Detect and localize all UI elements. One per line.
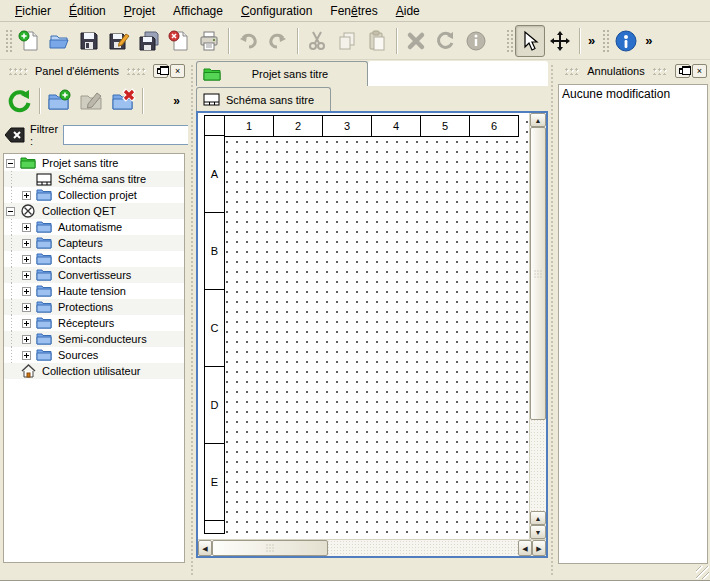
- save-button[interactable]: [74, 25, 104, 57]
- toolbar-drag-handle[interactable]: [601, 28, 609, 54]
- schema-editor-view[interactable]: 1 2 3 4 5 6 A B C D E ▲: [196, 111, 548, 558]
- horizontal-scrollbar-thumb[interactable]: [212, 540, 328, 556]
- expand-expander[interactable]: [22, 335, 31, 344]
- scroll-down-button[interactable]: ▼: [530, 525, 546, 539]
- tree-item-recepteurs[interactable]: Récepteurs: [4, 315, 184, 331]
- tab-projet-sans-titre[interactable]: Projet sans titre: [196, 61, 368, 86]
- tree-item-collection-qet[interactable]: Collection QET: [4, 203, 184, 219]
- expand-expander[interactable]: [22, 239, 31, 248]
- collapse-expander[interactable]: [6, 159, 15, 168]
- expand-expander[interactable]: [22, 287, 31, 296]
- vertical-scrollbar-thumb[interactable]: [530, 127, 546, 420]
- expand-expander[interactable]: [22, 191, 31, 200]
- undo-history-list[interactable]: Aucune modification: [558, 84, 708, 564]
- tree-item-sources[interactable]: Sources: [4, 347, 184, 363]
- dock-grip-texture: [564, 67, 580, 75]
- folder-icon: [36, 252, 52, 266]
- close-panel-button[interactable]: ×: [170, 64, 185, 78]
- project-area: Projet sans titre Schéma sans titre 1 2 …: [196, 60, 548, 581]
- expand-expander[interactable]: [22, 351, 31, 360]
- tree-item-automatisme[interactable]: Automatisme: [4, 219, 184, 235]
- menu-projet[interactable]: Projet: [115, 1, 164, 21]
- tree-item-semi-conducteurs[interactable]: Semi-conducteurs: [4, 331, 184, 347]
- expand-expander[interactable]: [22, 223, 31, 232]
- save-floppy-icon: [77, 29, 101, 53]
- horizontal-scrollbar-track[interactable]: [328, 540, 518, 556]
- tree-item-capteurs[interactable]: Capteurs: [4, 235, 184, 251]
- toolbar-drag-handle[interactable]: [4, 28, 12, 54]
- copy-button[interactable]: [332, 25, 362, 57]
- expand-expander[interactable]: [22, 271, 31, 280]
- menu-aide[interactable]: Aide: [387, 1, 429, 21]
- edit-category-button[interactable]: [75, 85, 107, 117]
- vertical-scrollbar-track[interactable]: [530, 420, 546, 511]
- undo-icon: [236, 29, 260, 53]
- scroll-left-button-2[interactable]: ◀: [518, 540, 532, 556]
- select-mode-button[interactable]: [515, 25, 545, 57]
- collapse-expander[interactable]: [6, 207, 15, 216]
- menu-edition[interactable]: Édition: [60, 1, 115, 21]
- undo-button[interactable]: [233, 25, 263, 57]
- toolbar-overflow-chevron[interactable]: »: [641, 33, 656, 48]
- toolbar-separator: [142, 88, 143, 114]
- new-project-button[interactable]: [14, 25, 44, 57]
- right-dock-splitter[interactable]: [548, 60, 556, 581]
- float-panel-button[interactable]: [153, 64, 168, 78]
- cut-button[interactable]: [302, 25, 332, 57]
- tree-item-schema-sans-titre[interactable]: Schéma sans titre: [4, 171, 184, 187]
- reload-collections-button[interactable]: [4, 85, 36, 117]
- undo-list-item: Aucune modification: [562, 87, 704, 101]
- toolbar-overflow-chevron[interactable]: »: [584, 33, 599, 48]
- scroll-left-button[interactable]: ◀: [198, 540, 212, 556]
- expand-expander[interactable]: [22, 303, 31, 312]
- panel-toolbar-overflow-chevron[interactable]: »: [173, 94, 184, 108]
- paste-button[interactable]: [362, 25, 392, 57]
- new-category-button[interactable]: [43, 85, 75, 117]
- tab-schema-sans-titre[interactable]: Schéma sans titre: [196, 87, 331, 111]
- scroll-right-button[interactable]: ▶: [532, 540, 546, 556]
- element-info-button[interactable]: [461, 25, 491, 57]
- tree-item-projet-sans-titre[interactable]: Projet sans titre: [4, 155, 184, 171]
- undo-panel-titlebar[interactable]: Annulations ×: [556, 60, 710, 82]
- tree-item-protections[interactable]: Protections: [4, 299, 184, 315]
- open-project-button[interactable]: [44, 25, 74, 57]
- horizontal-scrollbar[interactable]: ◀ ◀ ▶: [198, 539, 546, 556]
- left-dock-splitter[interactable]: [188, 60, 196, 581]
- close-project-button[interactable]: [164, 25, 194, 57]
- menu-configuration[interactable]: Configuration: [232, 1, 321, 21]
- tree-item-haute-tension[interactable]: Haute tension: [4, 283, 184, 299]
- menu-affichage[interactable]: Affichage: [164, 1, 232, 21]
- float-panel-button[interactable]: [675, 64, 690, 78]
- project-folder-icon: [20, 156, 36, 170]
- scrollbar-grip: [534, 269, 543, 278]
- tree-item-collection-utilisateur[interactable]: Collection utilisateur: [4, 363, 184, 379]
- toolbar-drag-handle[interactable]: [505, 28, 513, 54]
- elements-panel-titlebar[interactable]: Panel d'éléments ×: [0, 60, 188, 82]
- tree-item-contacts[interactable]: Contacts: [4, 251, 184, 267]
- clear-filter-icon[interactable]: [5, 127, 25, 143]
- save-as-button[interactable]: [104, 25, 134, 57]
- move-mode-button[interactable]: [545, 25, 575, 57]
- scroll-up-button[interactable]: ▲: [530, 113, 546, 127]
- about-info-button[interactable]: [611, 25, 641, 57]
- elements-panel-toolbar: »: [0, 82, 188, 120]
- menu-fenetres[interactable]: Fenêtres: [321, 1, 386, 21]
- delete-button[interactable]: [401, 25, 431, 57]
- tree-item-collection-projet[interactable]: Collection projet: [4, 187, 184, 203]
- ruler-corner-cell: [204, 115, 225, 137]
- menu-fichier[interactable]: Fichier: [6, 1, 60, 21]
- redo-button[interactable]: [263, 25, 293, 57]
- expand-expander[interactable]: [22, 255, 31, 264]
- close-panel-button[interactable]: ×: [692, 64, 707, 78]
- schema-canvas[interactable]: 1 2 3 4 5 6 A B C D E: [198, 113, 529, 539]
- center-bottom-spacer: [196, 558, 548, 581]
- delete-category-button[interactable]: [107, 85, 139, 117]
- scroll-up-button-2[interactable]: ▲: [530, 511, 546, 525]
- save-all-button[interactable]: [134, 25, 164, 57]
- expand-expander[interactable]: [22, 319, 31, 328]
- tree-item-convertisseurs[interactable]: Convertisseurs: [4, 267, 184, 283]
- window-resize-grip[interactable]: [696, 566, 709, 579]
- vertical-scrollbar[interactable]: ▲ ▲ ▼: [529, 113, 546, 539]
- print-button[interactable]: [194, 25, 224, 57]
- rotate-button[interactable]: [431, 25, 461, 57]
